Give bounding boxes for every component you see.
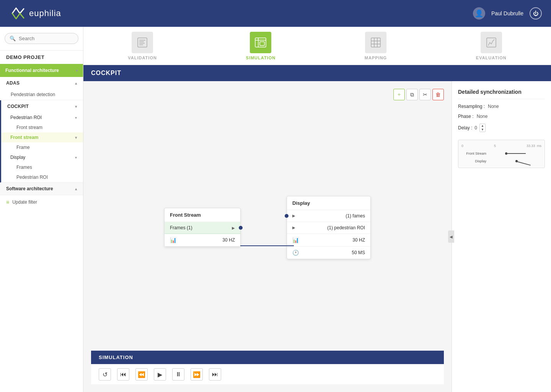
front-stream-node: Front Stream Frames (1) ▶ 📊 30 HZ xyxy=(164,208,241,247)
chart-icon-display: 📊 xyxy=(292,237,299,243)
main-layout: 🔍 DEMO PROJET Functionnal architecture ▾… xyxy=(0,27,551,392)
evaluation-icon xyxy=(485,36,497,49)
tab-mapping[interactable]: MAPPING xyxy=(353,32,398,60)
phase-label: Phase : xyxy=(458,114,474,119)
frames-dot-right xyxy=(239,226,243,230)
resampling-label: Resampling : xyxy=(458,104,485,109)
update-filter-item[interactable]: ≡ Update filter xyxy=(0,195,83,209)
pedestrian-roi-chevron: ▾ xyxy=(75,116,77,120)
sidebar: 🔍 DEMO PROJET Functionnal architecture ▾… xyxy=(0,27,83,392)
update-filter-label: Update filter xyxy=(12,199,37,205)
connection-lines xyxy=(91,104,444,351)
user-icon: 👤 xyxy=(473,7,485,20)
timeline-track: Front Stream Display xyxy=(461,151,541,164)
cut-button[interactable]: ✂ xyxy=(419,89,431,100)
frames-arrow: ▶ xyxy=(232,226,235,230)
sidebar-item-pedestrian-detection[interactable]: Pendestrian detection xyxy=(0,89,83,100)
canvas-area: ＋ ⧉ ✂ 🗑 Front Stream Frames (1) xyxy=(83,81,452,392)
func-arch-header[interactable]: Functionnal architecture ▾ xyxy=(0,64,83,77)
timeline-bar-front xyxy=(489,151,541,156)
filter-icon: ≡ xyxy=(6,199,9,205)
cockpit-title: COCKPIT xyxy=(91,70,121,76)
logo: euphilia xyxy=(9,5,61,22)
tab-validation[interactable]: VALIDATION xyxy=(116,32,168,60)
delay-decrement[interactable]: ▼ xyxy=(480,128,485,132)
simulation-icon xyxy=(254,36,267,49)
sidebar-item-frames[interactable]: Frames xyxy=(1,162,83,172)
adas-header[interactable]: ADAS ▴ xyxy=(0,77,83,89)
clock-icon-display: 🕐 xyxy=(292,250,299,256)
svg-rect-15 xyxy=(487,38,496,47)
fast-forward-button[interactable]: ⏩ xyxy=(191,368,203,381)
display-ms: 50 MS xyxy=(352,250,365,255)
delay-increment[interactable]: ▲ xyxy=(480,124,485,128)
delay-stepper[interactable]: ▲ ▼ xyxy=(479,124,486,132)
func-arch-chevron: ▾ xyxy=(76,69,78,73)
add-button[interactable]: ＋ xyxy=(393,89,405,100)
scale-end: 33.33 ms xyxy=(527,144,541,148)
display-chevron: ▾ xyxy=(75,155,77,160)
timeline-scale: 0 5 33.33 ms xyxy=(461,144,541,148)
canvas-toolbar: ＋ ⧉ ✂ 🗑 xyxy=(91,89,444,100)
fames-arrow: ▶ xyxy=(292,214,295,218)
display-ms-row: 🕐 50 MS xyxy=(287,247,370,259)
cockpit-section-header: COCKPIT xyxy=(83,65,551,81)
search-container: 🔍 xyxy=(0,27,83,51)
nav-right: 👤 Paul Dubrulle ⏻ xyxy=(473,7,542,20)
timeline-row-frontstream: Front Stream xyxy=(461,151,541,156)
timeline-bar-display xyxy=(489,158,541,164)
nodes-container: Front Stream Frames (1) ▶ 📊 30 HZ xyxy=(91,104,444,351)
ped-roi-label: (1) pedestrian ROI xyxy=(327,225,365,230)
timeline-row-display: Display xyxy=(461,158,541,164)
logo-text: euphilia xyxy=(29,8,61,18)
search-box[interactable]: 🔍 xyxy=(5,33,78,44)
pause-button[interactable]: ⏸ xyxy=(172,368,184,381)
validation-icon-container xyxy=(132,32,153,53)
sidebar-item-front-stream-1[interactable]: Front stream xyxy=(1,122,83,132)
pedestrian-roi-row[interactable]: ▶ (1) pedestrian ROI xyxy=(287,222,370,234)
display-header[interactable]: Display ▾ xyxy=(1,152,83,162)
svg-rect-10 xyxy=(371,38,380,47)
power-button[interactable]: ⏻ xyxy=(530,7,542,20)
mapping-icon-container xyxy=(365,32,386,53)
search-input[interactable] xyxy=(19,36,73,41)
skip-forward-button[interactable]: ⏭ xyxy=(209,368,221,381)
pedestrian-roi-label: Pedestrian ROI xyxy=(10,115,42,120)
reload-button[interactable]: ↺ xyxy=(99,368,111,381)
timeline-label-front: Front Stream xyxy=(461,152,486,155)
soft-arch-chevron: ▴ xyxy=(75,187,77,191)
sidebar-item-pedestrian-roi-sub[interactable]: Pedestrian ROI xyxy=(1,172,83,182)
cockpit-header-sidebar[interactable]: COCKPIT ▾ xyxy=(1,100,83,113)
delete-button[interactable]: 🗑 xyxy=(432,89,444,100)
sidebar-group-soft-arch: Software architecture ▴ xyxy=(0,183,83,195)
frames-row[interactable]: Frames (1) ▶ xyxy=(165,222,240,234)
project-name: DEMO PROJET xyxy=(0,51,83,64)
rewind-button[interactable]: ⏪ xyxy=(135,368,148,381)
evaluation-label: EVALUATION xyxy=(476,56,507,60)
validation-label: VALIDATION xyxy=(128,56,157,60)
delay-value: 0 xyxy=(474,125,477,131)
cockpit-chevron: ▾ xyxy=(75,105,77,109)
sidebar-group-cockpit: COCKPIT ▾ Pedestrian ROI ▾ Front stream … xyxy=(0,100,83,183)
soft-arch-label: Software architecture xyxy=(6,186,53,191)
resampling-row: Resampling : None xyxy=(458,104,545,109)
fames-row[interactable]: ▶ (1) fames xyxy=(287,210,370,222)
tab-simulation[interactable]: SIMULATION xyxy=(235,32,287,60)
bottom-area: SIMULATION ↺ ⏮ ⏪ ▶ ⏸ ⏩ ⏭ xyxy=(91,351,444,384)
play-button[interactable]: ▶ xyxy=(154,368,166,381)
timeline-label-display: Display xyxy=(461,159,486,163)
collapse-handle[interactable]: ◀ xyxy=(448,230,454,243)
logo-icon xyxy=(9,5,26,22)
tab-evaluation[interactable]: EVALUATION xyxy=(465,32,518,60)
simulation-controls: ↺ ⏮ ⏪ ▶ ⏸ ⏩ ⏭ xyxy=(91,364,444,384)
cockpit-label: COCKPIT xyxy=(7,104,29,109)
fames-dot-left xyxy=(285,214,289,218)
soft-arch-header[interactable]: Software architecture ▴ xyxy=(0,183,83,195)
sidebar-item-front-stream-active[interactable]: Front stream ▾ xyxy=(1,132,83,142)
adas-chevron: ▴ xyxy=(75,81,77,85)
search-icon: 🔍 xyxy=(10,36,16,41)
skip-back-button[interactable]: ⏮ xyxy=(117,368,129,381)
pedestrian-roi-header[interactable]: Pedestrian ROI ▾ xyxy=(1,113,83,122)
copy-button[interactable]: ⧉ xyxy=(406,89,418,100)
sidebar-item-frame[interactable]: Frame xyxy=(1,142,83,152)
